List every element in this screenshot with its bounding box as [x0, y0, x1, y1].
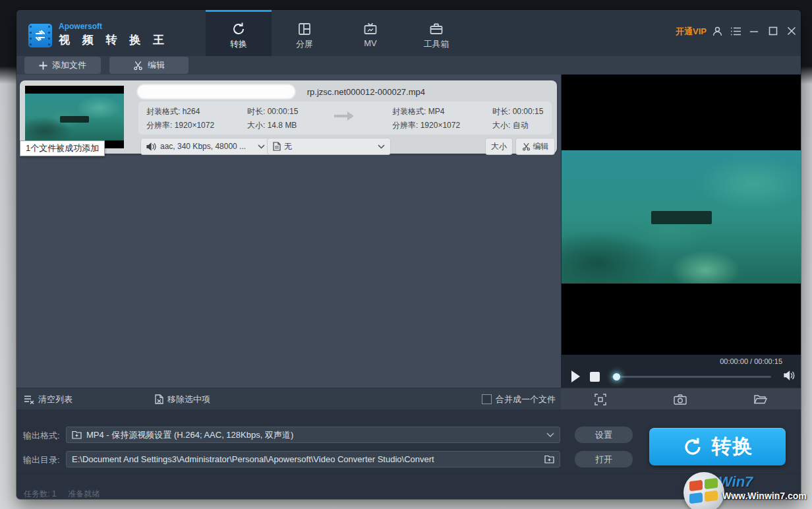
player-controls: 00:00:00 / 00:00:15	[561, 355, 801, 388]
add-file-button[interactable]: 添加文件	[24, 57, 101, 74]
mv-tv-icon	[362, 21, 378, 37]
settings-button[interactable]: 设置	[575, 427, 633, 443]
tab-convert[interactable]: 转换	[206, 10, 272, 56]
clear-list-button[interactable]: 清空列表	[24, 388, 72, 410]
subtitle-value: 无	[284, 141, 292, 152]
vip-upgrade-link[interactable]: 开通VIP	[676, 26, 705, 38]
subtitle-doc-icon	[273, 142, 281, 151]
meta-label: 时长:	[492, 107, 510, 116]
preview-panel	[561, 75, 801, 388]
tab-label: 转换	[206, 38, 272, 50]
stop-button[interactable]	[590, 372, 600, 382]
convert-refresh-icon	[231, 21, 246, 37]
output-settings-area: 输出格式: MP4 - 保持源视频设置 (H.264; AAC, 128Kbps…	[16, 409, 801, 473]
tab-split-screen[interactable]: 分屏	[272, 10, 337, 56]
checkbox-icon	[482, 394, 492, 404]
output-resolution: 1920×1072	[420, 121, 460, 130]
menu-icon[interactable]	[728, 24, 743, 38]
seek-slider[interactable]	[612, 376, 771, 378]
app-logo-icon	[28, 24, 52, 47]
meta-label: 大小:	[492, 121, 510, 130]
tab-mv[interactable]: MV	[337, 10, 403, 56]
product-name: 视 频 转 换 王	[59, 32, 169, 47]
open-output-label: 打开	[595, 454, 612, 465]
windows-logo-watermark	[683, 472, 724, 509]
item-edit-button[interactable]: 编辑	[515, 138, 555, 155]
remove-selected-button[interactable]: 移除选中项	[155, 388, 210, 410]
play-button[interactable]	[570, 370, 581, 383]
output-format-select[interactable]: MP4 - 保持源视频设置 (H.264; AAC, 128Kbps, 双声道)	[66, 427, 560, 443]
seek-knob[interactable]	[613, 373, 620, 380]
fullscreen-icon[interactable]	[594, 394, 606, 405]
watermark-site-text: Www.Winwin7.com	[722, 491, 807, 501]
file-list-area: rp.jzsc.net000012-000027.mp4 封装格式: h264 …	[16, 75, 561, 388]
meta-label: 分辨率:	[146, 121, 172, 130]
convert-arrow-icon	[333, 109, 355, 123]
edit-button[interactable]: 编辑	[109, 57, 188, 74]
meta-label: 大小:	[247, 121, 265, 130]
video-watermark	[651, 211, 712, 224]
snapshot-camera-icon[interactable]	[674, 394, 687, 405]
brand-name: Apowersoft	[59, 22, 102, 31]
convert-button[interactable]: 转换	[649, 428, 786, 465]
output-dir-label: 输出目录:	[23, 454, 60, 466]
meta-label: 封装格式:	[146, 107, 180, 116]
remove-item-icon	[155, 394, 163, 404]
meta-label: 分辨率:	[392, 121, 418, 130]
convert-label: 转换	[712, 433, 754, 460]
plus-icon	[39, 61, 47, 70]
chevron-down-icon	[258, 144, 265, 149]
open-output-button[interactable]: 打开	[575, 451, 633, 467]
open-folder-icon[interactable]	[754, 394, 767, 404]
meta-label: 时长:	[247, 107, 265, 116]
playback-time: 00:00:00 / 00:00:15	[720, 357, 782, 365]
source-duration: 00:00:15	[268, 107, 299, 116]
minimize-button[interactable]	[747, 24, 761, 38]
account-icon[interactable]	[710, 24, 724, 38]
source-resolution: 1920×1072	[175, 121, 214, 130]
output-format-value: MP4 - 保持源视频设置 (H.264; AAC, 128Kbps, 双声道)	[86, 429, 293, 441]
split-screen-icon	[297, 21, 312, 37]
chevron-down-icon	[378, 144, 385, 149]
output-dir-field[interactable]: E:\Document And Settings3\Administrator\…	[66, 451, 560, 467]
video-frame	[562, 150, 801, 284]
ready-state: 准备就绪	[68, 489, 100, 499]
clear-list-label: 清空列表	[38, 394, 72, 405]
merge-files-checkbox[interactable]: 合并成一个文件	[482, 388, 556, 410]
close-button[interactable]	[784, 24, 799, 38]
file-meta-panel: 封装格式: h264 分辨率: 1920×1072 时长: 00:00:15 大…	[138, 102, 552, 135]
output-duration: 00:00:15	[513, 107, 544, 116]
browse-folder-icon[interactable]	[544, 455, 554, 464]
subtitle-select[interactable]: 无	[267, 138, 391, 155]
output-format-label: 输出格式:	[23, 430, 60, 442]
size-button-label: 大小	[491, 141, 507, 152]
audio-track-select[interactable]: aac, 340 Kbps, 48000 ...	[140, 138, 271, 155]
task-count: 任务数: 1	[24, 489, 56, 499]
app-window: Apowersoft 视 频 转 换 王 转换 分屏	[16, 10, 801, 499]
volume-icon[interactable]	[784, 371, 796, 380]
source-size: 14.8 MB	[268, 121, 297, 130]
maximize-button[interactable]	[766, 24, 780, 38]
add-file-label: 添加文件	[52, 59, 86, 71]
title-bar: Apowersoft 视 频 转 换 王 转换 分屏	[16, 10, 801, 56]
output-dir-value: E:\Document And Settings3\Administrator\…	[72, 454, 434, 464]
output-format: MP4	[428, 107, 445, 116]
audio-track-value: aac, 340 Kbps, 48000 ...	[160, 142, 246, 151]
meta-label: 封装格式:	[392, 107, 426, 116]
item-edit-label: 编辑	[533, 141, 549, 152]
list-footer-bar: 清空列表 移除选中项 合并成一个文件	[16, 388, 561, 410]
output-size: 自动	[513, 121, 529, 130]
chevron-down-icon	[546, 433, 554, 438]
toolbar: 添加文件 编辑	[16, 56, 801, 75]
tab-toolbox[interactable]: 工具箱	[403, 10, 469, 56]
size-button[interactable]: 大小	[485, 138, 513, 155]
convert-refresh-icon	[682, 436, 704, 458]
speaker-icon	[146, 142, 157, 151]
video-thumbnail	[25, 86, 124, 148]
toolbox-icon	[428, 21, 444, 37]
file-name-redaction	[137, 84, 295, 99]
preview-action-bar	[561, 388, 801, 410]
tab-label: 工具箱	[403, 38, 469, 50]
success-tooltip: 1个文件被成功添加	[20, 140, 105, 156]
tab-label: MV	[337, 38, 403, 48]
